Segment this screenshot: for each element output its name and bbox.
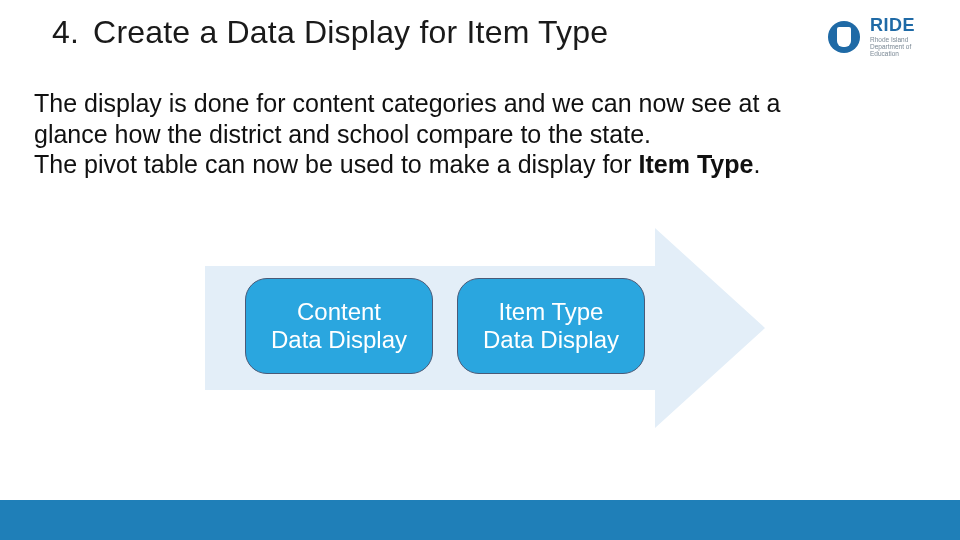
body-line-3-prefix: The pivot table can now be used to make … xyxy=(34,150,639,178)
pill-line: Item Type xyxy=(499,298,604,325)
process-arrow-diagram: Content Data Display Item Type Data Disp… xyxy=(205,228,765,428)
title-text: Create a Data Display for Item Type xyxy=(93,14,608,50)
body-line-3-bold: Item Type xyxy=(639,150,754,178)
title-number: 4. xyxy=(52,14,79,51)
body-line-1: The display is done for content categori… xyxy=(34,89,780,117)
body-paragraph: The display is done for content categori… xyxy=(34,88,916,180)
pill-container: Content Data Display Item Type Data Disp… xyxy=(245,278,645,374)
footer-bar xyxy=(0,500,960,540)
body-line-3-suffix: . xyxy=(753,150,760,178)
brand-logo: RIDE Rhode Island Department of Educatio… xyxy=(828,16,940,57)
slide: 4.Create a Data Display for Item Type RI… xyxy=(0,0,960,540)
anchor-icon xyxy=(837,27,851,47)
slide-title: 4.Create a Data Display for Item Type xyxy=(52,14,608,51)
brand-subtitle: Rhode Island Department of Education xyxy=(870,36,940,57)
item-type-data-display-pill: Item Type Data Display xyxy=(457,278,645,374)
brand-name: RIDE xyxy=(870,16,940,34)
brand-text: RIDE Rhode Island Department of Educatio… xyxy=(870,16,940,57)
ride-seal-icon xyxy=(828,21,860,53)
pill-line: Content xyxy=(297,298,381,325)
body-line-2: glance how the district and school compa… xyxy=(34,120,651,148)
pill-line: Data Display xyxy=(483,326,619,353)
pill-line: Data Display xyxy=(271,326,407,353)
content-data-display-pill: Content Data Display xyxy=(245,278,433,374)
